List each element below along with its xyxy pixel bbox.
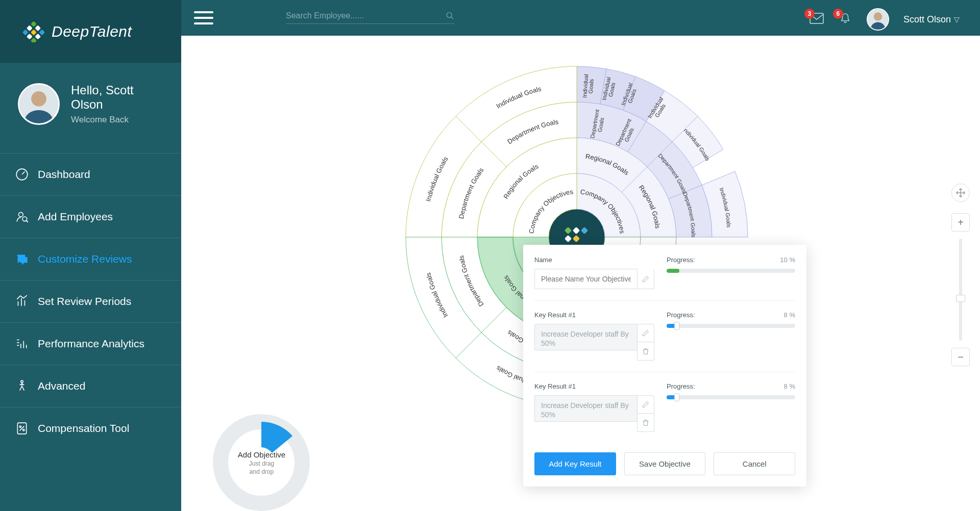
mail-badge: 3 xyxy=(804,9,815,19)
name-label: Name xyxy=(534,256,552,264)
sidebar-item-label: Add Employees xyxy=(38,211,113,223)
objective-editor-panel: Name Progress:10 % Key Result #1 Increas… xyxy=(523,245,806,487)
zoom-in-button[interactable]: + xyxy=(951,213,970,232)
search-input[interactable] xyxy=(286,11,446,20)
svg-rect-2 xyxy=(39,29,44,35)
gauge-icon xyxy=(15,168,29,181)
person-walk-icon xyxy=(15,379,29,393)
svg-line-10 xyxy=(451,17,453,19)
top-icons: 3 6 Scott Olson ▽ xyxy=(810,8,960,31)
svg-point-9 xyxy=(447,13,452,18)
notifications-button[interactable]: 6 xyxy=(838,13,852,26)
brand-text: DeepTalent xyxy=(52,23,132,40)
edit-button[interactable] xyxy=(637,395,654,414)
sidebar-item-dashboard[interactable]: Dashboard xyxy=(0,153,181,195)
donut-title: Add Objective xyxy=(238,450,285,459)
mail-button[interactable]: 3 xyxy=(810,13,824,26)
svg-rect-7 xyxy=(27,33,33,39)
bar-chart-icon xyxy=(15,295,29,308)
hamburger-menu-icon[interactable] xyxy=(194,11,213,25)
delete-button[interactable] xyxy=(637,414,654,432)
topbar: DeepTalent 3 6 Scott Olson ▽ xyxy=(0,0,980,36)
svg-rect-3 xyxy=(27,25,33,31)
percent-doc-icon xyxy=(15,422,29,435)
progress-label: Progress: xyxy=(667,256,695,264)
sidebar-item-label: Set Review Periods xyxy=(38,295,131,308)
pan-button[interactable] xyxy=(951,184,970,202)
sidebar-item-advanced[interactable]: Advanced xyxy=(0,365,181,407)
svg-point-15 xyxy=(31,91,46,107)
save-objective-button[interactable]: Save Objective xyxy=(624,452,706,475)
svg-rect-1 xyxy=(35,25,41,31)
svg-rect-5 xyxy=(35,33,41,39)
trash-icon xyxy=(642,419,650,427)
sidebar-item-customize-reviews[interactable]: Customize Reviews xyxy=(0,238,181,280)
zoom-controls: + − xyxy=(951,184,970,366)
edit-button[interactable] xyxy=(637,324,654,342)
logo-area: DeepTalent xyxy=(0,0,181,63)
username-label: Scott Olson xyxy=(903,14,951,25)
sidebar-item-label: Advanced xyxy=(38,380,85,392)
bell-badge: 6 xyxy=(833,9,843,19)
add-objective-donut[interactable]: Add Objective Just drag and drop xyxy=(212,413,311,511)
edit-icon xyxy=(642,400,650,408)
svg-point-32 xyxy=(19,426,21,427)
sidebar: Hello, Scott Olson Welcome Back Dashboar… xyxy=(0,63,181,511)
svg-rect-0 xyxy=(31,21,37,27)
greeting: Hello, Scott Olson Welcome Back xyxy=(0,63,181,153)
kr1-pct: 8 % xyxy=(784,311,795,319)
chevron-down-icon: ▽ xyxy=(954,15,960,23)
logo-icon xyxy=(23,21,44,42)
svg-line-19 xyxy=(27,221,28,222)
sidebar-item-label: Performance Analytics xyxy=(38,338,144,350)
objective-name-input[interactable] xyxy=(534,269,637,289)
progress-label: Progress: xyxy=(667,311,695,319)
progress-label: Progress: xyxy=(667,382,695,390)
zoom-out-button[interactable]: − xyxy=(951,348,970,366)
donut-sub2: and drop xyxy=(238,468,285,475)
kr2-progress-slider[interactable] xyxy=(667,395,795,399)
avatar xyxy=(18,83,60,125)
sidebar-item-label: Dashboard xyxy=(38,168,90,181)
sidebar-item-label: Customize Reviews xyxy=(38,253,132,265)
kr1-label: Key Result #1 xyxy=(534,311,576,319)
search-input-wrap xyxy=(286,11,454,24)
kr2-text[interactable]: Increase Developer staff By 50% xyxy=(534,395,637,422)
search-icon xyxy=(446,11,454,20)
main-canvas: Company Objectives Company Objectives Re… xyxy=(181,36,980,511)
greeting-welcome: Welcome Back xyxy=(71,115,166,125)
svg-rect-4 xyxy=(31,29,37,35)
svg-point-13 xyxy=(874,12,882,20)
sidebar-item-add-employees[interactable]: Add Employees xyxy=(0,195,181,238)
sidebar-item-review-periods[interactable]: Set Review Periods xyxy=(0,280,181,322)
svg-rect-8 xyxy=(31,37,37,42)
svg-rect-6 xyxy=(23,29,29,35)
kr1-text[interactable]: Increase Developer staff By 50% xyxy=(534,324,637,350)
svg-point-29 xyxy=(21,380,23,382)
list-chart-icon xyxy=(15,337,29,350)
edit-button[interactable] xyxy=(637,269,654,289)
user-search-icon xyxy=(15,210,29,223)
chat-icon xyxy=(15,252,29,266)
svg-point-17 xyxy=(19,212,23,217)
donut-sub1: Just drag xyxy=(238,460,285,467)
progress-pct: 10 % xyxy=(780,256,795,264)
trash-icon xyxy=(642,347,650,355)
delete-button[interactable] xyxy=(637,342,654,361)
sidebar-item-label: Compensation Tool xyxy=(38,422,129,435)
svg-line-31 xyxy=(20,426,24,431)
zoom-slider[interactable] xyxy=(959,239,962,341)
greeting-hello: Hello, Scott Olson xyxy=(71,83,166,112)
sidebar-item-compensation[interactable]: Compensation Tool xyxy=(0,407,181,449)
username-dropdown[interactable]: Scott Olson ▽ xyxy=(903,14,960,25)
objective-progress-bar xyxy=(667,269,795,273)
pan-icon xyxy=(955,187,966,198)
avatar[interactable] xyxy=(867,8,889,31)
kr2-pct: 8 % xyxy=(784,382,795,390)
edit-icon xyxy=(642,275,650,283)
kr1-progress-slider[interactable] xyxy=(667,324,795,328)
sidebar-item-performance-analytics[interactable]: Performance Analytics xyxy=(0,322,181,365)
add-key-result-button[interactable]: Add Key Result xyxy=(534,452,616,475)
cancel-button[interactable]: Cancel xyxy=(714,452,795,475)
svg-point-33 xyxy=(23,429,24,431)
